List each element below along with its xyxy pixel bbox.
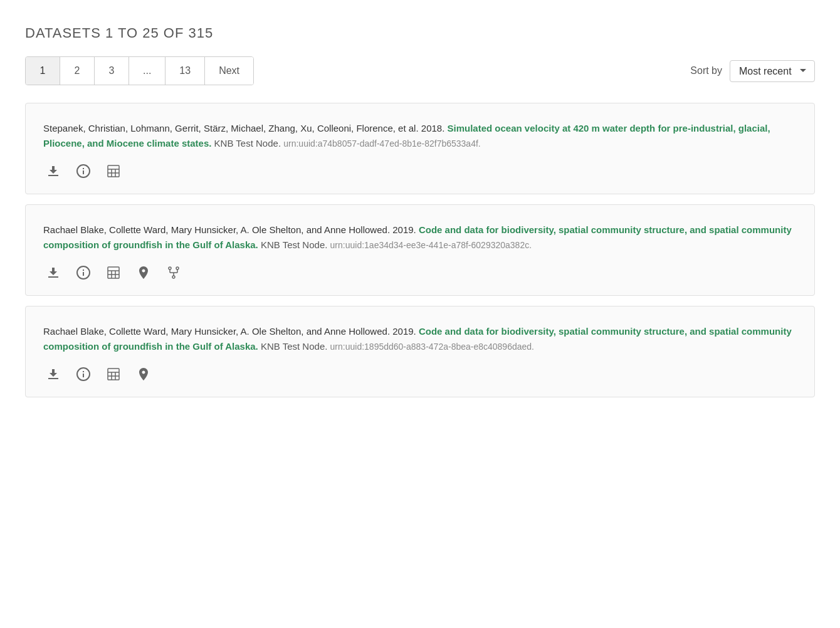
- svg-rect-24: [83, 374, 84, 377]
- location-icon[interactable]: [134, 263, 154, 283]
- page-btn-13[interactable]: 13: [165, 57, 205, 85]
- dataset-icons-row: [43, 263, 797, 283]
- page-btn-ellipsis[interactable]: ...: [129, 57, 165, 85]
- dataset-citation: Rachael Blake, Collette Ward, Mary Hunsi…: [43, 222, 797, 253]
- info-icon[interactable]: [73, 161, 93, 181]
- svg-rect-1: [83, 170, 84, 174]
- svg-point-17: [176, 267, 179, 270]
- table-icon[interactable]: [103, 364, 123, 384]
- dataset-card: Rachael Blake, Collette Ward, Mary Hunsi…: [25, 204, 815, 296]
- location-icon[interactable]: [134, 364, 154, 384]
- page-btn-3[interactable]: 3: [95, 57, 129, 85]
- dataset-citation: Rachael Blake, Collette Ward, Mary Hunsi…: [43, 324, 797, 354]
- pagination: 123...13Next: [25, 56, 254, 85]
- sort-row: Sort by Most recentOldest firstTitle A-Z…: [690, 60, 815, 82]
- sort-label: Sort by: [690, 65, 722, 76]
- info-icon[interactable]: [73, 263, 93, 283]
- download-icon[interactable]: [43, 364, 63, 384]
- dataset-icons-row: [43, 364, 797, 384]
- dataset-card: Stepanek, Christian, Lohmann, Gerrit, St…: [25, 103, 815, 194]
- citation-prefix: Rachael Blake, Collette Ward, Mary Hunsi…: [43, 224, 416, 235]
- page-btn-next[interactable]: Next: [205, 57, 253, 85]
- download-icon[interactable]: [43, 161, 63, 181]
- svg-rect-26: [108, 369, 119, 380]
- page-btn-2[interactable]: 2: [60, 57, 95, 85]
- dataset-icons-row: [43, 161, 797, 181]
- svg-rect-9: [83, 272, 84, 276]
- dataset-node: KNB Test Node.: [261, 239, 327, 250]
- dataset-urn: urn:uuid:1895dd60-a883-472a-8bea-e8c4089…: [330, 342, 534, 352]
- svg-rect-2: [83, 168, 84, 169]
- dataset-urn: urn:uuid:a74b8057-dadf-47ed-8b1e-82f7b65…: [283, 139, 481, 149]
- svg-rect-11: [108, 267, 119, 278]
- citation-prefix: Stepanek, Christian, Lohmann, Gerrit, St…: [43, 123, 444, 133]
- fork-icon[interactable]: [164, 263, 184, 283]
- svg-rect-3: [108, 165, 119, 177]
- citation-prefix: Rachael Blake, Collette Ward, Mary Hunsi…: [43, 326, 416, 337]
- page-title: DATASETS 1 TO 25 OF 315: [25, 25, 815, 41]
- download-icon[interactable]: [43, 263, 63, 283]
- page-btn-1[interactable]: 1: [26, 57, 60, 85]
- svg-point-16: [169, 267, 171, 270]
- dataset-card: Rachael Blake, Collette Ward, Mary Hunsi…: [25, 306, 815, 397]
- table-icon[interactable]: [103, 161, 123, 181]
- table-icon[interactable]: [103, 263, 123, 283]
- dataset-node: KNB Test Node.: [261, 341, 327, 352]
- svg-rect-25: [83, 371, 84, 372]
- svg-rect-10: [83, 270, 84, 271]
- sort-select[interactable]: Most recentOldest firstTitle A-ZTitle Z-…: [730, 60, 815, 82]
- info-icon[interactable]: [73, 364, 93, 384]
- pagination-sort-row: 123...13Next Sort by Most recentOldest f…: [25, 56, 815, 85]
- dataset-node: KNB Test Node.: [214, 138, 281, 149]
- dataset-citation: Stepanek, Christian, Lohmann, Gerrit, St…: [43, 121, 797, 151]
- dataset-urn: urn:uuid:1ae34d34-ee3e-441e-a78f-6029320…: [330, 240, 532, 250]
- svg-point-18: [172, 276, 175, 278]
- datasets-container: Stepanek, Christian, Lohmann, Gerrit, St…: [25, 103, 815, 397]
